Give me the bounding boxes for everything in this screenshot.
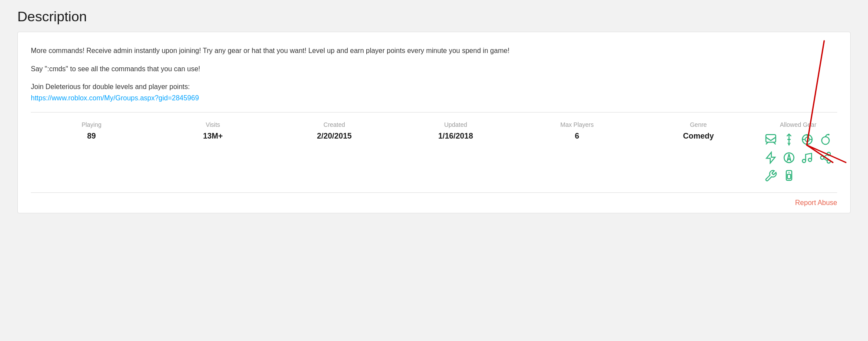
svg-point-18 xyxy=(827,160,831,163)
stat-playing-label: Playing xyxy=(31,121,152,128)
svg-point-9 xyxy=(822,137,829,145)
stat-max-players: Max Players 6 xyxy=(516,121,638,141)
stat-updated-label: Updated xyxy=(395,121,516,128)
svg-point-16 xyxy=(827,152,831,156)
stat-playing: Playing 89 xyxy=(31,121,152,141)
gear-icon-build xyxy=(763,168,779,184)
gear-icon-melee xyxy=(781,132,797,147)
gear-icon-social2 xyxy=(818,150,833,166)
stat-max-players-label: Max Players xyxy=(516,121,638,128)
stat-updated-value: 1/16/2018 xyxy=(395,132,516,141)
gear-icon-explosive xyxy=(818,132,833,147)
svg-point-15 xyxy=(809,159,812,162)
stat-visits: Visits 13M+ xyxy=(152,121,274,141)
svg-line-20 xyxy=(824,159,827,161)
report-row: Report Abuse xyxy=(31,193,837,213)
svg-marker-11 xyxy=(766,152,775,163)
stat-created: Created 2/20/2015 xyxy=(273,121,395,141)
stat-allowed-gear: Allowed Gear xyxy=(759,121,837,184)
report-abuse-button[interactable]: Report Abuse xyxy=(795,199,837,207)
gear-icon-powerup xyxy=(781,168,797,184)
page-title: Description xyxy=(17,9,851,25)
description-paragraph-1: More commands! Receive admin instantly u… xyxy=(31,45,837,56)
group-link[interactable]: https://www.roblox.com/My/Groups.aspx?gi… xyxy=(31,94,199,102)
stat-visits-label: Visits xyxy=(152,121,274,128)
stats-row: Playing 89 Visits 13M+ Created 2/20/2015… xyxy=(31,113,837,193)
stat-created-label: Created xyxy=(273,121,395,128)
gear-icon-navigation xyxy=(781,150,797,166)
stat-genre-value: Comedy xyxy=(638,132,759,141)
allowed-gear-label: Allowed Gear xyxy=(759,121,837,128)
svg-marker-13 xyxy=(787,154,791,161)
svg-line-19 xyxy=(824,155,827,157)
stat-playing-value: 89 xyxy=(31,132,152,141)
stat-updated: Updated 1/16/2018 xyxy=(395,121,516,141)
svg-point-4 xyxy=(805,137,809,142)
stat-visits-value: 13M+ xyxy=(152,132,274,141)
stat-genre-label: Genre xyxy=(638,121,759,128)
gear-icon-power xyxy=(763,150,779,166)
description-paragraph-2: Say ":cmds" to see all the commands that… xyxy=(31,63,837,75)
description-card: More commands! Receive admin instantly u… xyxy=(17,32,851,213)
gear-icon-ranged xyxy=(799,132,815,147)
svg-rect-23 xyxy=(787,175,791,179)
svg-point-14 xyxy=(802,159,806,163)
gear-icon-social xyxy=(763,132,779,147)
svg-point-10 xyxy=(828,134,830,136)
svg-point-17 xyxy=(821,156,824,160)
description-paragraph-3: Join Deleterious for double levels and p… xyxy=(31,81,837,103)
gear-icon-musical xyxy=(799,150,815,166)
gear-icons-grid xyxy=(759,132,837,184)
stat-created-value: 2/20/2015 xyxy=(273,132,395,141)
stat-max-players-value: 6 xyxy=(516,132,638,141)
stat-genre: Genre Comedy xyxy=(638,121,759,141)
